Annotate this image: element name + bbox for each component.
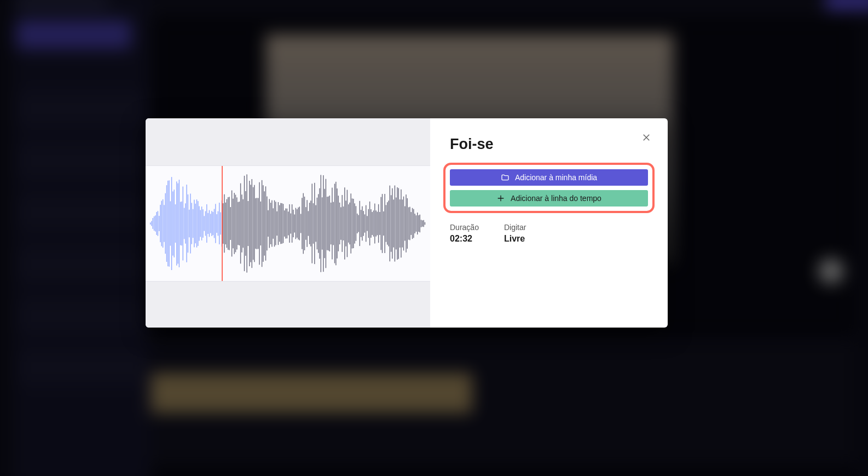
svg-rect-125 bbox=[306, 200, 307, 247]
svg-rect-18 bbox=[172, 191, 173, 255]
svg-rect-73 bbox=[241, 194, 242, 253]
svg-rect-204 bbox=[406, 194, 406, 253]
add-to-media-button[interactable]: Adicionar à minha mídia bbox=[450, 169, 648, 186]
svg-rect-67 bbox=[234, 193, 235, 254]
waveform-container[interactable] bbox=[146, 165, 430, 282]
svg-rect-189 bbox=[387, 202, 387, 245]
audio-preview-modal: Foi-se Adicionar à minha mídia Adicionar… bbox=[146, 118, 668, 328]
svg-rect-138 bbox=[323, 175, 323, 272]
svg-rect-23 bbox=[179, 180, 180, 267]
svg-rect-181 bbox=[377, 212, 378, 236]
svg-rect-5 bbox=[157, 212, 157, 235]
svg-rect-85 bbox=[257, 198, 257, 249]
svg-rect-186 bbox=[383, 211, 384, 236]
svg-rect-90 bbox=[263, 185, 263, 262]
close-button[interactable] bbox=[639, 130, 653, 145]
audio-metadata: Duração 02:32 Digitar Livre bbox=[450, 223, 648, 244]
svg-rect-11 bbox=[164, 205, 164, 242]
svg-rect-182 bbox=[378, 204, 379, 243]
waveform-svg bbox=[146, 166, 430, 281]
svg-rect-127 bbox=[309, 203, 310, 244]
svg-rect-144 bbox=[331, 203, 331, 244]
svg-rect-74 bbox=[243, 199, 244, 248]
svg-rect-130 bbox=[313, 203, 314, 244]
svg-rect-196 bbox=[396, 198, 396, 250]
svg-rect-38 bbox=[198, 201, 198, 246]
svg-rect-56 bbox=[220, 213, 221, 235]
svg-rect-10 bbox=[163, 199, 163, 248]
svg-rect-188 bbox=[386, 205, 386, 242]
folder-icon bbox=[501, 173, 510, 182]
svg-rect-195 bbox=[395, 186, 395, 262]
svg-rect-89 bbox=[262, 180, 262, 267]
svg-rect-83 bbox=[254, 185, 254, 262]
svg-rect-145 bbox=[332, 188, 332, 260]
svg-rect-33 bbox=[192, 203, 192, 244]
duration-label: Duração bbox=[450, 223, 479, 232]
svg-rect-107 bbox=[284, 210, 285, 237]
svg-rect-91 bbox=[264, 191, 265, 255]
svg-rect-99 bbox=[274, 200, 275, 247]
svg-rect-167 bbox=[360, 201, 360, 246]
svg-rect-173 bbox=[367, 216, 367, 231]
action-buttons-highlight: Adicionar à minha mídia Adicionar à linh… bbox=[443, 163, 655, 213]
svg-rect-209 bbox=[412, 208, 413, 239]
svg-rect-64 bbox=[230, 207, 231, 240]
audio-title: Foi-se bbox=[450, 136, 648, 153]
svg-rect-133 bbox=[317, 198, 317, 250]
svg-rect-35 bbox=[194, 200, 194, 248]
svg-rect-42 bbox=[202, 209, 203, 238]
add-to-timeline-button[interactable]: Adicionar à linha do tempo bbox=[450, 190, 648, 207]
svg-rect-157 bbox=[347, 190, 348, 257]
svg-rect-150 bbox=[338, 196, 339, 251]
svg-rect-165 bbox=[357, 214, 357, 233]
svg-rect-215 bbox=[420, 215, 420, 232]
svg-rect-118 bbox=[298, 208, 298, 239]
duration-block: Duração 02:32 bbox=[450, 223, 479, 244]
type-label: Digitar bbox=[504, 223, 526, 232]
svg-rect-72 bbox=[240, 183, 241, 264]
svg-rect-120 bbox=[300, 214, 301, 233]
svg-rect-95 bbox=[269, 199, 270, 248]
plus-icon bbox=[496, 194, 505, 203]
svg-rect-22 bbox=[177, 183, 178, 264]
add-to-media-label: Adicionar à minha mídia bbox=[515, 173, 597, 182]
svg-rect-108 bbox=[285, 208, 286, 238]
svg-rect-45 bbox=[206, 204, 207, 243]
svg-rect-60 bbox=[225, 203, 226, 244]
svg-rect-143 bbox=[329, 196, 330, 251]
svg-rect-217 bbox=[422, 220, 423, 226]
svg-rect-166 bbox=[358, 215, 358, 232]
svg-rect-197 bbox=[397, 187, 397, 260]
svg-rect-12 bbox=[165, 193, 166, 254]
svg-rect-109 bbox=[287, 209, 287, 238]
svg-rect-68 bbox=[235, 195, 236, 253]
svg-rect-116 bbox=[296, 208, 296, 239]
svg-rect-62 bbox=[228, 197, 228, 250]
svg-rect-134 bbox=[318, 194, 319, 253]
svg-rect-216 bbox=[421, 220, 421, 227]
svg-rect-156 bbox=[345, 200, 346, 246]
svg-rect-2 bbox=[153, 218, 153, 229]
svg-rect-71 bbox=[239, 202, 240, 245]
svg-rect-139 bbox=[324, 189, 325, 258]
svg-rect-211 bbox=[414, 214, 415, 233]
svg-rect-75 bbox=[244, 176, 245, 271]
svg-rect-82 bbox=[253, 187, 253, 260]
svg-rect-49 bbox=[211, 211, 212, 236]
svg-rect-102 bbox=[278, 202, 279, 245]
svg-rect-66 bbox=[233, 199, 233, 249]
svg-rect-31 bbox=[189, 210, 189, 237]
svg-rect-65 bbox=[232, 191, 232, 257]
svg-rect-55 bbox=[219, 203, 219, 244]
svg-rect-151 bbox=[339, 203, 340, 244]
waveform-playhead[interactable] bbox=[222, 166, 223, 281]
svg-rect-175 bbox=[369, 202, 370, 245]
svg-rect-97 bbox=[271, 200, 272, 247]
svg-rect-9 bbox=[161, 201, 162, 246]
svg-rect-53 bbox=[216, 214, 217, 233]
svg-rect-76 bbox=[245, 191, 246, 256]
svg-rect-21 bbox=[176, 181, 177, 265]
svg-rect-63 bbox=[229, 197, 229, 250]
svg-rect-206 bbox=[408, 207, 409, 239]
